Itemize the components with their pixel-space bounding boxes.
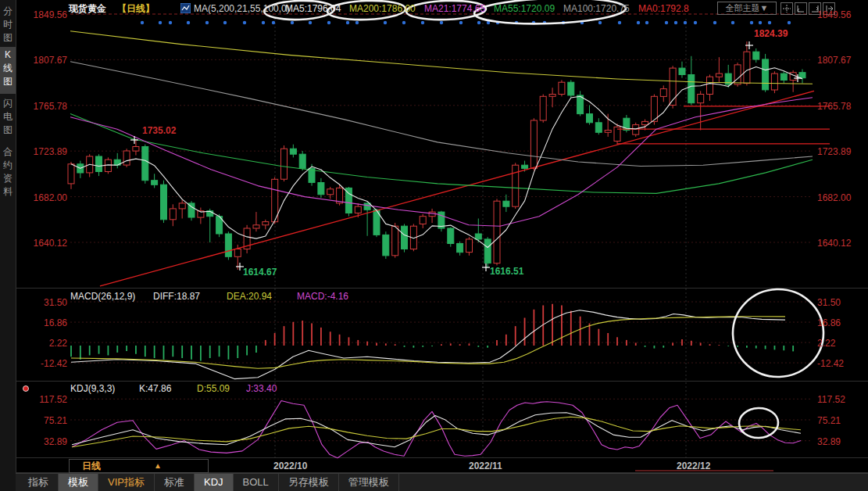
ma-value-6: MA0:1792.8 (638, 3, 689, 14)
macd-axis-label-right: 31.50 (817, 297, 841, 308)
tab-2[interactable]: 模板 (59, 474, 98, 491)
chart-type-icon[interactable] (180, 3, 191, 13)
kdj-header-part: KDJ(9,3,3) (70, 383, 115, 394)
tab-8[interactable]: 管理模板 (339, 474, 399, 491)
trading-app-window: 分 时 图K 线 图闪 电 图合 约 资 料 现货黄金 【日线】 MA(5,20… (0, 0, 868, 491)
macd-axis-label-left: 31.50 (19, 297, 67, 308)
price-axis-label-left: 1640.12 (19, 238, 67, 249)
price-axis-label-left: 1765.78 (19, 101, 67, 112)
price-axis-label-right: 1723.89 (817, 146, 851, 157)
sidebar-item-4[interactable]: 合 约 资 料 (0, 144, 16, 202)
period-selector-box[interactable]: 日线 ▲ (69, 459, 209, 473)
tab-1[interactable]: 指标 (19, 474, 59, 491)
tab-7[interactable]: 另存模板 (279, 474, 339, 491)
kdj-axis-label-left: 117.52 (19, 394, 67, 405)
price-axis-label-left: 1682.00 (19, 192, 67, 203)
ma-value-2: MA200:1786.00 (349, 3, 416, 14)
macd-header-part: MACD(26,12,9) (70, 291, 135, 302)
price-axis-label-right: 1849.56 (817, 9, 851, 20)
macd-axis-label-left: 2.22 (19, 338, 67, 349)
macd-header-part: DEA:20.94 (227, 291, 272, 302)
gridlines (70, 14, 813, 457)
ma-value-1: MA5:1796.04 (285, 3, 341, 14)
period-tag: 【日线】 (117, 3, 155, 14)
kdj-live-dot (23, 386, 29, 392)
kdj-axis-label-right: 75.21 (817, 415, 841, 426)
price-annotation: 1824.39 (754, 28, 788, 39)
macd-lines (71, 310, 785, 379)
sidebar-item-2[interactable]: K 线 图 (0, 47, 16, 94)
price-annotation: 1614.67 (243, 267, 277, 278)
pan-icon[interactable] (780, 2, 793, 15)
theme-dropdown-button[interactable]: 全部主题▼ (717, 2, 777, 15)
date-axis-label: 2022/12 (677, 461, 710, 471)
symbol-title: 现货黄金 (69, 3, 106, 14)
macd-axis-label-right: 2.22 (817, 338, 835, 349)
kdj-header-part: K:47.86 (139, 383, 171, 394)
price-axis-label-left: 1807.67 (19, 55, 67, 66)
kdj-axis-label-right: 32.89 (817, 436, 841, 447)
price-axis-label-left: 1723.89 (19, 146, 67, 157)
bottom-indicator-tabbar: 指标模板VIP指标标准KDJBOLL另存模板管理模板 (16, 473, 868, 491)
tab-6[interactable]: BOLL (234, 474, 279, 491)
macd-axis-label-left: -12.42 (19, 358, 67, 369)
tab-4[interactable]: 标准 (155, 474, 195, 491)
date-axis-label: 2022/11 (469, 461, 502, 471)
price-annotation: 1616.51 (490, 266, 523, 277)
kdj-header-part: D:55.09 (197, 383, 230, 394)
macd-histogram (71, 304, 793, 361)
kdj-axis-label-left: 75.21 (19, 415, 67, 426)
macd-axis-label-right: 16.86 (817, 317, 841, 328)
ma-value-5: MA100:1720.75 (563, 3, 630, 14)
ma-value-3: MA21:1774.65 (424, 3, 485, 14)
price-axis-label-right: 1682.00 (817, 192, 851, 203)
macd-axis-label-right: -12.42 (817, 358, 844, 369)
left-chart-type-sidebar: 分 时 图K 线 图闪 电 图合 约 资 料 (0, 0, 16, 491)
kdj-header-part: J:33.40 (246, 383, 277, 394)
kdj-lines (72, 401, 801, 458)
period-label: 日线 (82, 460, 101, 472)
price-axis-label-right: 1765.78 (817, 101, 851, 112)
ma-params-label: MA(5,200,21,55,100,0) (194, 3, 290, 14)
chart-canvas[interactable] (0, 0, 868, 491)
tab-3[interactable]: VIP指标 (98, 474, 155, 491)
kdj-axis-label-left: 32.89 (19, 436, 67, 447)
price-axis-label-right: 1807.67 (817, 55, 851, 66)
chart-header: 现货黄金 【日线】 MA(5,200,21,55,100,0) 全部主题▼ MA… (16, 0, 868, 17)
price-axis-label-right: 1640.12 (817, 238, 851, 249)
sidebar-item-3[interactable]: 闪 电 图 (0, 95, 16, 141)
tab-5[interactable]: KDJ (195, 474, 234, 491)
marker-dots-layer (141, 21, 791, 24)
macd-header-part: DIFF:18.87 (153, 291, 200, 302)
trendlines-layer (100, 91, 830, 286)
ma-value-4: MA55:1720.09 (494, 3, 555, 14)
period-arrow-icon: ▲ (154, 460, 162, 472)
sidebar-item-1[interactable]: 分 时 图 (0, 3, 16, 47)
kdj-axis-label-right: 117.52 (817, 394, 845, 405)
date-axis-label: 2022/10 (273, 461, 307, 471)
price-annotation: 1735.02 (142, 125, 176, 136)
macd-header-part: MACD:-4.16 (297, 291, 348, 302)
fit-left-icon[interactable] (795, 2, 807, 15)
price-axis-label-left: 1849.56 (19, 9, 67, 20)
macd-axis-label-left: 16.86 (19, 317, 67, 328)
